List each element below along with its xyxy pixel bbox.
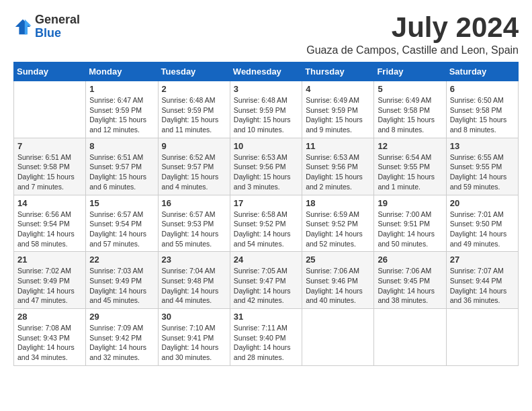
day-info: Sunrise: 6:48 AMSunset: 9:59 PMDaylight:… xyxy=(162,95,226,135)
title-section: July 2024 Guaza de Campos, Castille and … xyxy=(306,13,519,56)
day-number: 30 xyxy=(162,312,226,322)
calendar-cell: 20Sunrise: 7:01 AMSunset: 9:50 PMDayligh… xyxy=(446,195,518,252)
logo: General Blue xyxy=(13,13,80,40)
day-number: 19 xyxy=(378,198,442,208)
page-header: General Blue July 2024 Guaza de Campos, … xyxy=(13,13,519,56)
calendar-cell: 17Sunrise: 6:58 AMSunset: 9:52 PMDayligh… xyxy=(230,195,302,252)
day-number: 21 xyxy=(17,255,82,265)
calendar-cell: 3Sunrise: 6:48 AMSunset: 9:59 PMDaylight… xyxy=(230,81,302,138)
calendar-cell: 29Sunrise: 7:09 AMSunset: 9:42 PMDayligh… xyxy=(86,309,158,366)
calendar-cell: 1Sunrise: 6:47 AMSunset: 9:59 PMDaylight… xyxy=(86,81,158,138)
calendar-cell: 11Sunrise: 6:53 AMSunset: 9:56 PMDayligh… xyxy=(302,138,374,195)
calendar-cell: 16Sunrise: 6:57 AMSunset: 9:53 PMDayligh… xyxy=(158,195,230,252)
day-number: 14 xyxy=(17,198,82,208)
calendar-cell: 22Sunrise: 7:03 AMSunset: 9:49 PMDayligh… xyxy=(86,252,158,309)
day-number: 27 xyxy=(450,255,515,265)
calendar-week-row: 1Sunrise: 6:47 AMSunset: 9:59 PMDaylight… xyxy=(14,81,519,138)
day-number: 6 xyxy=(450,84,515,94)
day-number: 31 xyxy=(234,312,298,322)
calendar-cell: 15Sunrise: 6:57 AMSunset: 9:54 PMDayligh… xyxy=(86,195,158,252)
calendar-week-row: 28Sunrise: 7:08 AMSunset: 9:43 PMDayligh… xyxy=(14,309,519,366)
day-info: Sunrise: 7:06 AMSunset: 9:45 PMDaylight:… xyxy=(378,266,442,306)
calendar-cell xyxy=(446,309,518,366)
calendar-cell: 28Sunrise: 7:08 AMSunset: 9:43 PMDayligh… xyxy=(14,309,86,366)
day-number: 5 xyxy=(378,84,442,94)
day-number: 12 xyxy=(378,141,442,151)
day-number: 2 xyxy=(162,84,226,94)
calendar-cell: 10Sunrise: 6:53 AMSunset: 9:56 PMDayligh… xyxy=(230,138,302,195)
calendar-cell: 13Sunrise: 6:55 AMSunset: 9:55 PMDayligh… xyxy=(446,138,518,195)
calendar-cell: 27Sunrise: 7:07 AMSunset: 9:44 PMDayligh… xyxy=(446,252,518,309)
day-info: Sunrise: 6:49 AMSunset: 9:59 PMDaylight:… xyxy=(306,95,370,135)
day-info: Sunrise: 7:08 AMSunset: 9:43 PMDaylight:… xyxy=(17,323,82,363)
month-year-title: July 2024 xyxy=(306,13,519,42)
day-number: 24 xyxy=(234,255,298,265)
calendar-cell: 8Sunrise: 6:51 AMSunset: 9:57 PMDaylight… xyxy=(86,138,158,195)
day-info: Sunrise: 6:51 AMSunset: 9:58 PMDaylight:… xyxy=(17,152,82,192)
header-row: SundayMondayTuesdayWednesdayThursdayFrid… xyxy=(14,62,519,81)
calendar-cell: 2Sunrise: 6:48 AMSunset: 9:59 PMDaylight… xyxy=(158,81,230,138)
day-number: 9 xyxy=(162,141,226,151)
calendar-cell: 21Sunrise: 7:02 AMSunset: 9:49 PMDayligh… xyxy=(14,252,86,309)
day-info: Sunrise: 6:50 AMSunset: 9:58 PMDaylight:… xyxy=(450,95,515,135)
day-number: 17 xyxy=(234,198,298,208)
calendar-cell: 25Sunrise: 7:06 AMSunset: 9:46 PMDayligh… xyxy=(302,252,374,309)
calendar-cell: 18Sunrise: 6:59 AMSunset: 9:52 PMDayligh… xyxy=(302,195,374,252)
calendar-cell: 12Sunrise: 6:54 AMSunset: 9:55 PMDayligh… xyxy=(374,138,446,195)
day-number: 10 xyxy=(234,141,298,151)
day-number: 4 xyxy=(306,84,370,94)
day-info: Sunrise: 7:05 AMSunset: 9:47 PMDaylight:… xyxy=(234,266,298,306)
calendar-cell: 7Sunrise: 6:51 AMSunset: 9:58 PMDaylight… xyxy=(14,138,86,195)
calendar-cell: 26Sunrise: 7:06 AMSunset: 9:45 PMDayligh… xyxy=(374,252,446,309)
day-number: 15 xyxy=(89,198,154,208)
day-info: Sunrise: 7:06 AMSunset: 9:46 PMDaylight:… xyxy=(306,266,370,306)
calendar-cell: 24Sunrise: 7:05 AMSunset: 9:47 PMDayligh… xyxy=(230,252,302,309)
calendar-cell xyxy=(302,309,374,366)
day-info: Sunrise: 7:01 AMSunset: 9:50 PMDaylight:… xyxy=(450,210,515,249)
header-cell-tuesday: Tuesday xyxy=(158,62,230,81)
calendar-cell: 9Sunrise: 6:52 AMSunset: 9:57 PMDaylight… xyxy=(158,138,230,195)
calendar-cell: 31Sunrise: 7:11 AMSunset: 9:40 PMDayligh… xyxy=(230,309,302,366)
calendar-cell: 5Sunrise: 6:49 AMSunset: 9:58 PMDaylight… xyxy=(374,81,446,138)
logo-general-text: General xyxy=(35,13,80,27)
day-number: 18 xyxy=(306,198,370,208)
day-info: Sunrise: 7:04 AMSunset: 9:48 PMDaylight:… xyxy=(162,266,226,306)
day-number: 23 xyxy=(162,255,226,265)
header-cell-monday: Monday xyxy=(86,62,158,81)
day-number: 7 xyxy=(17,141,82,151)
calendar-body: 1Sunrise: 6:47 AMSunset: 9:59 PMDaylight… xyxy=(14,81,519,366)
day-info: Sunrise: 6:53 AMSunset: 9:56 PMDaylight:… xyxy=(234,152,298,192)
calendar-week-row: 14Sunrise: 6:56 AMSunset: 9:54 PMDayligh… xyxy=(14,195,519,252)
day-number: 22 xyxy=(89,255,154,265)
day-number: 28 xyxy=(17,312,82,322)
day-info: Sunrise: 6:48 AMSunset: 9:59 PMDaylight:… xyxy=(234,95,298,135)
day-info: Sunrise: 6:49 AMSunset: 9:58 PMDaylight:… xyxy=(378,95,442,135)
header-cell-wednesday: Wednesday xyxy=(230,62,302,81)
location-subtitle: Guaza de Campos, Castille and Leon, Spai… xyxy=(306,44,519,56)
calendar-cell: 4Sunrise: 6:49 AMSunset: 9:59 PMDaylight… xyxy=(302,81,374,138)
day-info: Sunrise: 6:53 AMSunset: 9:56 PMDaylight:… xyxy=(306,152,370,192)
svg-marker-0 xyxy=(15,19,30,34)
day-info: Sunrise: 6:55 AMSunset: 9:55 PMDaylight:… xyxy=(450,152,515,192)
day-info: Sunrise: 6:59 AMSunset: 9:52 PMDaylight:… xyxy=(306,210,370,249)
day-number: 3 xyxy=(234,84,298,94)
day-info: Sunrise: 7:00 AMSunset: 9:51 PMDaylight:… xyxy=(378,210,442,249)
day-info: Sunrise: 7:10 AMSunset: 9:41 PMDaylight:… xyxy=(162,323,226,363)
calendar-table: SundayMondayTuesdayWednesdayThursdayFrid… xyxy=(13,62,519,366)
header-cell-friday: Friday xyxy=(374,62,446,81)
day-info: Sunrise: 6:47 AMSunset: 9:59 PMDaylight:… xyxy=(89,95,154,135)
day-number: 11 xyxy=(306,141,370,151)
day-info: Sunrise: 6:57 AMSunset: 9:54 PMDaylight:… xyxy=(89,210,154,249)
header-cell-saturday: Saturday xyxy=(446,62,518,81)
calendar-week-row: 7Sunrise: 6:51 AMSunset: 9:58 PMDaylight… xyxy=(14,138,519,195)
day-info: Sunrise: 7:07 AMSunset: 9:44 PMDaylight:… xyxy=(450,266,515,306)
day-number: 26 xyxy=(378,255,442,265)
header-cell-thursday: Thursday xyxy=(302,62,374,81)
day-number: 1 xyxy=(89,84,154,94)
day-info: Sunrise: 7:03 AMSunset: 9:49 PMDaylight:… xyxy=(89,266,154,306)
logo-blue-text: Blue xyxy=(35,27,80,40)
day-info: Sunrise: 7:11 AMSunset: 9:40 PMDaylight:… xyxy=(234,323,298,363)
logo-icon xyxy=(13,17,32,36)
day-info: Sunrise: 6:51 AMSunset: 9:57 PMDaylight:… xyxy=(89,152,154,192)
calendar-cell: 14Sunrise: 6:56 AMSunset: 9:54 PMDayligh… xyxy=(14,195,86,252)
